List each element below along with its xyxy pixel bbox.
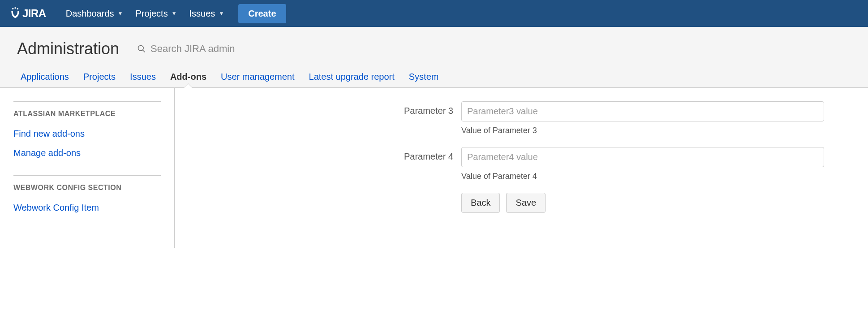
input-parameter-4[interactable] (461, 147, 824, 167)
label-parameter-3: Parameter 3 (175, 101, 461, 116)
admin-tabs: Applications Projects Issues Add-ons Use… (0, 66, 868, 88)
content-area: ATLASSIAN MARKETPLACE Find new add-ons M… (0, 88, 868, 248)
nav-projects-label: Projects (135, 9, 168, 19)
tab-add-ons[interactable]: Add-ons (163, 66, 214, 87)
nav-dashboards-label: Dashboards (66, 9, 114, 19)
svg-line-4 (143, 50, 145, 52)
nav-issues-label: Issues (189, 9, 215, 19)
main-form: Parameter 3 Value of Parameter 3 Paramet… (175, 88, 868, 248)
save-button[interactable]: Save (506, 193, 546, 213)
svg-point-0 (12, 8, 14, 10)
jira-logo[interactable]: JIRA (9, 7, 46, 20)
sidebar: ATLASSIAN MARKETPLACE Find new add-ons M… (0, 88, 175, 248)
caret-down-icon: ▼ (219, 10, 224, 17)
sidebar-link-webwork-config-item[interactable]: Webwork Config Item (13, 198, 161, 217)
nav-issues[interactable]: Issues ▼ (183, 5, 231, 22)
desc-parameter-4: Value of Parameter 4 (461, 172, 824, 181)
sidebar-link-manage-add-ons[interactable]: Manage add-ons (13, 143, 161, 163)
top-nav: JIRA Dashboards ▼ Projects ▼ Issues ▼ Cr… (0, 0, 868, 27)
jira-logo-text: JIRA (22, 7, 46, 20)
tab-latest-upgrade-report[interactable]: Latest upgrade report (302, 66, 402, 87)
tab-system[interactable]: System (402, 66, 446, 87)
form-row-parameter-4: Parameter 4 Value of Parameter 4 (175, 147, 841, 181)
admin-search-input[interactable] (150, 43, 285, 55)
nav-projects[interactable]: Projects ▼ (129, 5, 183, 22)
label-parameter-4: Parameter 4 (175, 147, 461, 162)
sidebar-heading-marketplace: ATLASSIAN MARKETPLACE (13, 110, 161, 118)
form-row-parameter-3: Parameter 3 Value of Parameter 3 (175, 101, 841, 135)
jira-logo-icon (9, 7, 21, 20)
tab-projects[interactable]: Projects (76, 66, 123, 87)
input-parameter-3[interactable] (461, 101, 824, 121)
sidebar-link-find-new-add-ons[interactable]: Find new add-ons (13, 124, 161, 143)
admin-search[interactable] (137, 43, 285, 55)
sidebar-heading-webwork: WEBWORK CONFIG SECTION (13, 184, 161, 192)
nav-dashboards[interactable]: Dashboards ▼ (60, 5, 129, 22)
desc-parameter-3: Value of Parameter 3 (461, 126, 824, 135)
svg-point-3 (138, 46, 144, 51)
svg-point-2 (17, 8, 19, 10)
admin-header: Administration (0, 27, 868, 66)
tab-issues[interactable]: Issues (123, 66, 163, 87)
search-icon (137, 44, 146, 53)
form-buttons: Back Save (461, 193, 841, 213)
sidebar-section-marketplace: ATLASSIAN MARKETPLACE Find new add-ons M… (13, 101, 161, 163)
svg-point-1 (14, 7, 16, 9)
caret-down-icon: ▼ (118, 10, 123, 17)
caret-down-icon: ▼ (172, 10, 177, 17)
back-button[interactable]: Back (461, 193, 500, 213)
sidebar-section-webwork: WEBWORK CONFIG SECTION Webwork Config It… (13, 175, 161, 217)
tab-applications[interactable]: Applications (13, 66, 76, 87)
create-button[interactable]: Create (238, 4, 286, 23)
page-title: Administration (17, 39, 119, 58)
tab-user-management[interactable]: User management (214, 66, 302, 87)
